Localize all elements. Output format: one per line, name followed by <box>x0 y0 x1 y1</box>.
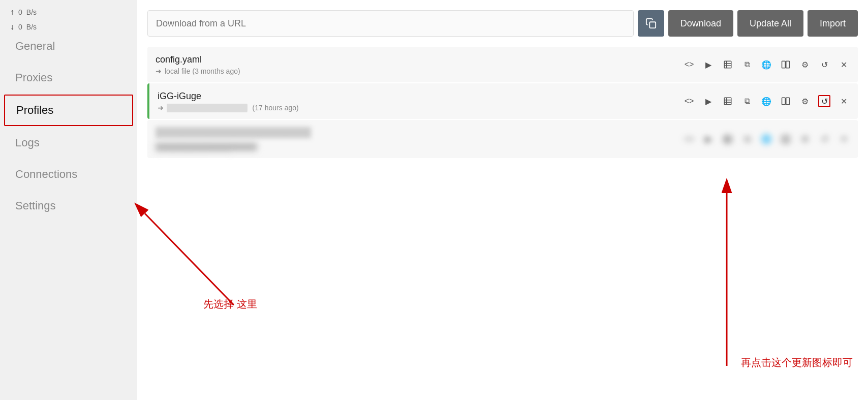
main-content: Download Update All Import config.yaml ➜… <box>137 0 868 400</box>
copy-icon[interactable]: ⧉ <box>741 95 753 107</box>
refresh-icon-blurred: ↺ <box>818 133 830 145</box>
profile-info: config.yaml ➜ local file (3 months ago) <box>156 54 240 75</box>
split-icon-blurred <box>780 133 792 145</box>
svg-rect-12 <box>786 98 790 105</box>
close-icon[interactable]: ✕ <box>838 95 850 107</box>
copy-url-button[interactable] <box>638 10 664 37</box>
copy-icon-blurred: ⧉ <box>741 133 753 145</box>
sidebar-item-logs[interactable]: Logs <box>0 127 137 159</box>
table-icon[interactable] <box>722 95 734 107</box>
play-icon[interactable]: ▶ <box>702 95 715 107</box>
svg-rect-6 <box>786 61 790 68</box>
profile-info: iGG-iGuge ➜ ████████████████ (17 hours a… <box>158 91 299 112</box>
globe-icon-blurred: 🌐 <box>760 133 772 145</box>
url-input[interactable] <box>147 10 634 37</box>
svg-rect-5 <box>782 61 786 68</box>
sidebar-item-profiles[interactable]: Profiles <box>4 95 133 126</box>
copy-icon[interactable]: ⧉ <box>741 58 753 71</box>
profile-item-active: iGG-iGuge ➜ ████████████████ (17 hours a… <box>147 83 858 119</box>
profile-name: iGG-iGuge <box>158 91 299 102</box>
sidebar-item-settings[interactable]: Settings <box>0 190 137 222</box>
profile-sub: ➜ local file (3 months ago) <box>156 67 240 75</box>
profile-list: config.yaml ➜ local file (3 months ago) … <box>147 47 858 158</box>
profile-item-blurred: ████████████████████████ ███████████████… <box>147 120 858 158</box>
table-icon[interactable] <box>722 58 734 71</box>
arrow-right-icon: ➜ <box>158 104 164 112</box>
svg-rect-7 <box>724 98 731 105</box>
download-button[interactable]: Download <box>668 10 733 37</box>
refresh-highlighted-icon[interactable]: ↺ <box>818 95 830 107</box>
update-all-button[interactable]: Update All <box>737 10 803 37</box>
profile-sub: ➜ ████████████████ (17 hours ago) <box>158 104 299 112</box>
upload-arrow: ↑ <box>10 5 14 20</box>
settings-icon-blurred: ⚙ <box>799 133 811 145</box>
settings-icon[interactable]: ⚙ <box>799 58 811 71</box>
sidebar: ↑ 0 B/s ↓ 0 B/s General Proxies Profiles… <box>0 0 137 400</box>
toolbar: Download Update All Import <box>147 10 858 37</box>
close-icon[interactable]: ✕ <box>838 58 850 71</box>
sidebar-item-connections[interactable]: Connections <box>0 159 137 190</box>
svg-rect-17 <box>782 136 786 143</box>
profile-actions: <> ▶ ⧉ 🌐 <box>683 58 850 71</box>
code-icon-blurred: <> <box>683 133 695 145</box>
close-icon-blurred: ✕ <box>838 133 850 145</box>
import-button[interactable]: Import <box>808 10 858 37</box>
svg-rect-0 <box>649 22 656 28</box>
sidebar-item-general[interactable]: General <box>0 30 137 62</box>
split-icon[interactable] <box>780 58 792 71</box>
profile-name: config.yaml <box>156 54 240 65</box>
code-icon[interactable]: <> <box>683 95 695 107</box>
traffic-info: ↑ 0 B/s ↓ 0 B/s <box>10 5 37 35</box>
svg-rect-1 <box>724 61 731 68</box>
play-icon[interactable]: ▶ <box>702 58 715 71</box>
refresh-icon[interactable]: ↺ <box>818 58 830 71</box>
globe-icon[interactable]: 🌐 <box>760 95 772 107</box>
arrow-right-icon: ➜ <box>156 67 162 75</box>
upload-value: 0 <box>18 6 22 19</box>
profile-item: config.yaml ➜ local file (3 months ago) … <box>147 47 858 82</box>
profile-name-blurred: ████████████████████████ <box>156 127 308 138</box>
play-icon-blurred: ▶ <box>702 133 715 145</box>
profile-actions-blurred: <> ▶ ⧉ 🌐 <box>683 133 850 145</box>
globe-icon[interactable]: 🌐 <box>760 58 772 71</box>
upload-unit: B/s <box>26 6 37 19</box>
profile-info-blurred: ████████████████████████ ███████████████ <box>156 127 308 151</box>
svg-rect-18 <box>786 136 790 143</box>
profile-actions: <> ▶ ⧉ 🌐 <box>683 95 850 107</box>
svg-rect-13 <box>724 136 731 143</box>
settings-icon[interactable]: ⚙ <box>799 95 811 107</box>
code-icon[interactable]: <> <box>683 58 695 71</box>
split-icon[interactable] <box>780 95 792 107</box>
table-icon-blurred <box>722 133 734 145</box>
profile-sub-blurred: ███████████████ <box>156 143 308 151</box>
sidebar-item-proxies[interactable]: Proxies <box>0 62 137 94</box>
svg-rect-11 <box>782 98 786 105</box>
